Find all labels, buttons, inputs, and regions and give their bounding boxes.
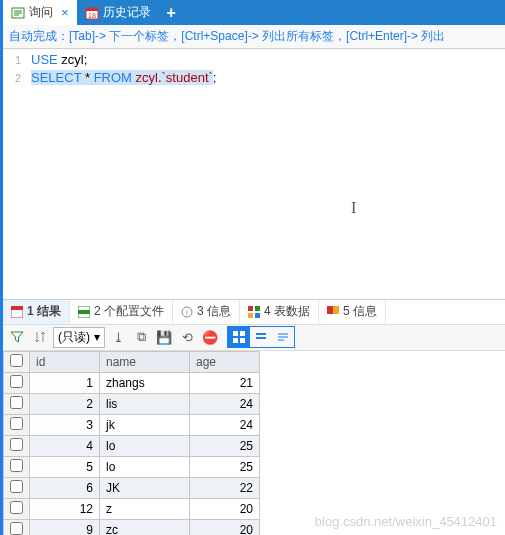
tab-info1[interactable]: i 3 信息 bbox=[173, 300, 240, 324]
cell-id[interactable]: 9 bbox=[30, 520, 100, 535]
sql-editor[interactable]: 1 2 USE zcyl; SELECT * FROM zcyl.`studen… bbox=[3, 49, 505, 299]
tab-results[interactable]: 1 结果 bbox=[3, 300, 70, 324]
svg-rect-12 bbox=[248, 313, 253, 318]
cell-name[interactable]: lo bbox=[100, 457, 190, 478]
save-icon[interactable]: 💾 bbox=[154, 327, 174, 347]
col-age[interactable]: age bbox=[190, 352, 260, 373]
cell-age[interactable]: 24 bbox=[190, 415, 260, 436]
flag-icon bbox=[327, 306, 339, 318]
cell-id[interactable]: 4 bbox=[30, 436, 100, 457]
copy-icon[interactable]: ⧉ bbox=[131, 327, 151, 347]
code-area[interactable]: USE zcyl; SELECT * FROM zcyl.`student`; bbox=[25, 49, 222, 299]
svg-text:i: i bbox=[186, 308, 188, 317]
cell-age[interactable]: 25 bbox=[190, 457, 260, 478]
cell-id[interactable]: 3 bbox=[30, 415, 100, 436]
readonly-dropdown[interactable]: (只读) ▾ bbox=[53, 327, 105, 348]
row-checkbox[interactable] bbox=[10, 480, 23, 493]
cell-age[interactable]: 20 bbox=[190, 520, 260, 535]
plus-icon: + bbox=[167, 4, 176, 22]
svg-rect-15 bbox=[333, 306, 339, 314]
close-icon[interactable]: × bbox=[61, 5, 69, 20]
refresh-icon[interactable]: ⟲ bbox=[177, 327, 197, 347]
table-row[interactable]: 6JK22 bbox=[4, 478, 260, 499]
svg-rect-18 bbox=[233, 338, 238, 343]
select-all-checkbox[interactable] bbox=[10, 354, 23, 367]
line-number: 2 bbox=[3, 69, 21, 87]
sort-icon[interactable] bbox=[30, 327, 50, 347]
table-row[interactable]: 5lo25 bbox=[4, 457, 260, 478]
svg-rect-2 bbox=[86, 8, 98, 11]
row-checkbox[interactable] bbox=[10, 522, 23, 535]
row-checkbox-cell[interactable] bbox=[4, 457, 30, 478]
chevron-down-icon: ▾ bbox=[94, 330, 100, 344]
cell-name[interactable]: lo bbox=[100, 436, 190, 457]
svg-rect-17 bbox=[240, 331, 245, 336]
cell-id[interactable]: 2 bbox=[30, 394, 100, 415]
row-checkbox-cell[interactable] bbox=[4, 373, 30, 394]
results-table: id name age 1zhangs212lis243jk244lo255lo… bbox=[3, 351, 260, 535]
cell-name[interactable]: lis bbox=[100, 394, 190, 415]
cell-id[interactable]: 1 bbox=[30, 373, 100, 394]
tab-history-label: 历史记录 bbox=[103, 4, 151, 21]
grid-view-icon[interactable] bbox=[228, 327, 250, 347]
row-checkbox[interactable] bbox=[10, 438, 23, 451]
cell-age[interactable]: 22 bbox=[190, 478, 260, 499]
table-row[interactable]: 4lo25 bbox=[4, 436, 260, 457]
line-gutter: 1 2 bbox=[3, 49, 25, 299]
col-name[interactable]: name bbox=[100, 352, 190, 373]
tab-tabledata-label: 4 表数据 bbox=[264, 303, 310, 320]
filter-icon[interactable] bbox=[7, 327, 27, 347]
tab-history[interactable]: 18 历史记录 bbox=[77, 0, 159, 25]
row-checkbox-cell[interactable] bbox=[4, 436, 30, 457]
editor-tabbar: 询问 × 18 历史记录 + bbox=[3, 0, 505, 25]
cell-age[interactable]: 24 bbox=[190, 394, 260, 415]
cell-name[interactable]: zhangs bbox=[100, 373, 190, 394]
tab-tabledata[interactable]: 4 表数据 bbox=[240, 300, 319, 324]
svg-rect-10 bbox=[248, 306, 253, 311]
row-checkbox[interactable] bbox=[10, 375, 23, 388]
table-row[interactable]: 12z20 bbox=[4, 499, 260, 520]
tab-add[interactable]: + bbox=[159, 0, 184, 25]
table-row[interactable]: 3jk24 bbox=[4, 415, 260, 436]
results-grid[interactable]: id name age 1zhangs212lis243jk244lo255lo… bbox=[3, 351, 505, 535]
tab-profiles[interactable]: 2 个配置文件 bbox=[70, 300, 173, 324]
cell-age[interactable]: 25 bbox=[190, 436, 260, 457]
text-view-icon[interactable] bbox=[272, 327, 294, 347]
row-checkbox-cell[interactable] bbox=[4, 415, 30, 436]
cell-id[interactable]: 12 bbox=[30, 499, 100, 520]
table-row[interactable]: 9zc20 bbox=[4, 520, 260, 535]
export-icon[interactable]: ⤓ bbox=[108, 327, 128, 347]
cell-name[interactable]: zc bbox=[100, 520, 190, 535]
row-checkbox-cell[interactable] bbox=[4, 394, 30, 415]
select-all-header[interactable] bbox=[4, 352, 30, 373]
tab-query-label: 询问 bbox=[29, 4, 53, 21]
cell-name[interactable]: jk bbox=[100, 415, 190, 436]
row-checkbox-cell[interactable] bbox=[4, 520, 30, 535]
cell-name[interactable]: z bbox=[100, 499, 190, 520]
svg-text:18: 18 bbox=[88, 12, 96, 19]
svg-rect-16 bbox=[233, 331, 238, 336]
code-line: SELECT * FROM zcyl.`student`; bbox=[31, 69, 216, 87]
row-checkbox-cell[interactable] bbox=[4, 499, 30, 520]
svg-rect-7 bbox=[78, 310, 90, 314]
cell-id[interactable]: 6 bbox=[30, 478, 100, 499]
row-checkbox-cell[interactable] bbox=[4, 478, 30, 499]
tab-query[interactable]: 询问 × bbox=[3, 0, 77, 25]
row-checkbox[interactable] bbox=[10, 501, 23, 514]
cell-name[interactable]: JK bbox=[100, 478, 190, 499]
tab-info2[interactable]: 5 信息 bbox=[319, 300, 386, 324]
line-number: 1 bbox=[3, 51, 21, 69]
cell-id[interactable]: 5 bbox=[30, 457, 100, 478]
table-row[interactable]: 2lis24 bbox=[4, 394, 260, 415]
table-header-row: id name age bbox=[4, 352, 260, 373]
row-checkbox[interactable] bbox=[10, 396, 23, 409]
col-id[interactable]: id bbox=[30, 352, 100, 373]
row-checkbox[interactable] bbox=[10, 459, 23, 472]
cell-age[interactable]: 21 bbox=[190, 373, 260, 394]
cell-age[interactable]: 20 bbox=[190, 499, 260, 520]
stop-icon[interactable]: ⛔ bbox=[200, 327, 220, 347]
form-view-icon[interactable] bbox=[250, 327, 272, 347]
table-row[interactable]: 1zhangs21 bbox=[4, 373, 260, 394]
autocomplete-hint: 自动完成：[Tab]-> 下一个标签，[Ctrl+Space]-> 列出所有标签… bbox=[3, 25, 505, 48]
row-checkbox[interactable] bbox=[10, 417, 23, 430]
